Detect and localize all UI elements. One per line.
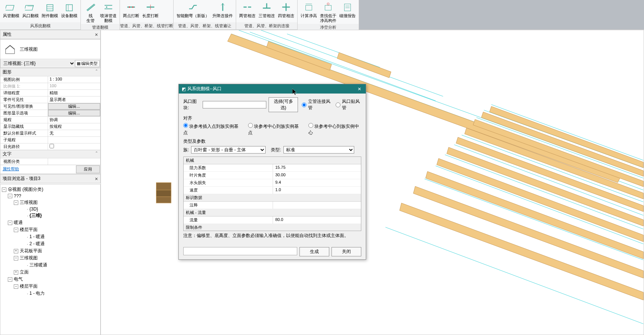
conn-radio-attach[interactable]: 风口贴风管 <box>336 98 361 111</box>
ribbon-button[interactable]: 升降连接件 <box>211 1 234 22</box>
family-select[interactable]: 百叶窗 - 矩形 - 自垂 - 主体 <box>191 146 266 154</box>
tree-item[interactable]: ·{3D} <box>2 206 99 212</box>
param-name: 注释 <box>184 202 273 209</box>
tree-item[interactable]: −电气 <box>2 276 99 283</box>
tree-item[interactable]: −??? <box>2 193 99 199</box>
align-option-1[interactable]: 块参考插入点到族实例基点 <box>183 123 241 136</box>
tree-root[interactable]: − ⦿ 视图 (视图分类) <box>2 186 99 193</box>
ribbon-button-label: 风口翻模 <box>22 13 39 18</box>
properties-apply-button[interactable]: 应用 <box>76 165 100 173</box>
ribbon-button[interactable]: 设备翻模 <box>60 1 79 22</box>
props-value[interactable]: 无 <box>48 130 100 136</box>
ribbon-button[interactable]: 长度打断 <box>141 1 160 22</box>
conn-radio-vertical[interactable]: 立管连接风管 <box>302 98 331 111</box>
props-value[interactable] <box>48 158 100 165</box>
tree-toggle-icon[interactable]: − <box>2 187 6 192</box>
type-select[interactable]: 标准 <box>283 146 354 154</box>
props-section-header[interactable]: 文字⌃ <box>0 150 100 158</box>
tree-item[interactable]: −楼层平面 <box>2 283 99 290</box>
svg-line-9 <box>88 4 95 11</box>
ribbon-button[interactable]: 附件翻模 <box>40 1 60 22</box>
project-browser-close-icon[interactable]: × <box>95 176 98 182</box>
tree-item[interactable]: ·1 - 电力 <box>2 290 99 297</box>
tree-label: 暖通 <box>14 219 23 226</box>
param-row[interactable]: 叶片角度30.00 <box>184 172 361 179</box>
tree-item[interactable]: +立面 <box>2 269 99 276</box>
tree-item[interactable]: ·2 - 暖通 <box>2 240 99 247</box>
tree-toggle-icon[interactable]: − <box>14 228 18 232</box>
tree-item[interactable]: −三维视图 <box>2 255 99 262</box>
tree-item[interactable]: −楼层平面 <box>2 226 99 233</box>
tree-toggle-icon[interactable]: + <box>14 270 18 275</box>
props-value[interactable]: 100 <box>48 83 100 89</box>
param-value[interactable]: 30.00 <box>273 172 361 179</box>
props-value[interactable] <box>48 137 100 143</box>
block-input[interactable] <box>203 101 266 108</box>
chevron-up-icon: ⌃ <box>95 151 98 157</box>
props-checkbox[interactable] <box>50 144 54 148</box>
ribbon-button[interactable]: 计算净高 <box>299 1 318 24</box>
ribbon-button[interactable]: 风口翻模 <box>21 1 40 22</box>
ribbon-button-label: 升降连接件 <box>212 13 233 18</box>
edit-type-button[interactable]: ▦ 编辑类型 <box>75 60 99 67</box>
tree-toggle-icon[interactable]: − <box>14 256 18 260</box>
param-value[interactable] <box>273 202 361 209</box>
properties-panel-title: 属性 × <box>0 30 101 39</box>
ribbon-button[interactable]: 两管相连 <box>238 1 257 22</box>
tree-toggle-icon[interactable]: − <box>8 277 12 282</box>
tree-item[interactable]: −暖通 <box>2 219 99 226</box>
props-value[interactable]: 1 : 100 <box>48 76 100 83</box>
props-edit-button[interactable]: 编辑... <box>48 110 100 116</box>
parameter-grid[interactable]: 机械阻力系数15.75叶片角度30.00水头损失9.4速度1.0标识数据注释机械… <box>183 157 361 231</box>
close-button[interactable]: 关闭 <box>331 247 361 256</box>
tree-item[interactable]: −三维视图 <box>2 199 99 206</box>
param-value[interactable]: 1.0 <box>273 187 361 194</box>
props-row: 默认分析显示样式无 <box>0 130 100 136</box>
family-label: 族: <box>183 147 189 153</box>
ribbon-button[interactable]: 三管相连 <box>257 1 276 22</box>
props-row: 比例值 1:100 <box>0 83 100 89</box>
align-option-2[interactable]: 块参考中心到族实例基点 <box>248 123 301 136</box>
props-value[interactable]: 按规程 <box>48 123 100 130</box>
props-edit-button[interactable]: 编辑... <box>48 103 100 110</box>
param-row[interactable]: 水头损失9.4 <box>184 179 361 187</box>
param-row[interactable]: 流量80.0 <box>184 217 361 224</box>
ribbon-button[interactable]: 线生管 <box>82 1 99 24</box>
tree-label: 三维视图 <box>20 255 38 261</box>
param-row[interactable]: 阻力系数15.75 <box>184 164 361 172</box>
props-value[interactable]: 显示两者 <box>48 97 100 103</box>
properties-instance-selector[interactable]: 三维视图: {三维} <box>1 60 75 67</box>
ribbon-button[interactable]: 喷淋管道翻模 <box>99 1 118 24</box>
svg-point-15 <box>132 6 134 8</box>
generate-button[interactable]: 生成 <box>299 247 329 256</box>
ribbon-button[interactable]: 风管翻模 <box>1 1 21 22</box>
tree-item[interactable]: ·1 - 暖通 <box>2 233 99 240</box>
ribbon-button[interactable]: 碰撞报告 <box>338 1 357 24</box>
select-blocks-button[interactable]: 选择(可多选) <box>269 97 298 112</box>
tree-toggle-icon[interactable]: − <box>8 221 12 225</box>
ribbon-button[interactable]: 四管相连 <box>276 1 296 22</box>
dialog-titlebar[interactable]: ◩ 风系统翻模--风口 ✕ <box>179 84 366 94</box>
tree-item[interactable]: ·{三维} <box>2 212 99 219</box>
tree-item[interactable]: +天花板平面 <box>2 247 99 255</box>
param-value[interactable]: 80.0 <box>273 217 361 224</box>
tree-toggle-icon[interactable]: − <box>14 284 18 289</box>
ribbon-button[interactable]: 两点打断 <box>121 1 141 22</box>
dialog-close-icon[interactable]: ✕ <box>356 86 363 92</box>
props-value[interactable]: 精细 <box>48 90 100 96</box>
param-value[interactable]: 15.75 <box>273 164 361 171</box>
properties-close-icon[interactable]: × <box>95 32 98 38</box>
align-option-3[interactable]: 块参考中心到族实例中心 <box>308 123 361 136</box>
param-row[interactable]: 速度1.0 <box>184 187 361 194</box>
tree-toggle-icon[interactable]: + <box>14 249 18 253</box>
tree-toggle-icon[interactable]: − <box>14 200 18 205</box>
tree-item[interactable]: ·三维暖通 <box>2 262 99 269</box>
param-value[interactable]: 9.4 <box>273 179 361 186</box>
ribbon-button[interactable]: 智能翻弯（新版） <box>175 1 211 22</box>
param-row[interactable]: 注释 <box>184 202 361 209</box>
tree-toggle-icon[interactable]: − <box>8 194 12 198</box>
props-section-header[interactable]: 图形⌃ <box>0 68 100 76</box>
props-value[interactable]: 协调 <box>48 117 100 123</box>
ribbon-button[interactable]: 查找低于净高构件 <box>318 1 338 24</box>
properties-help-link[interactable]: 属性帮助 <box>0 165 76 174</box>
